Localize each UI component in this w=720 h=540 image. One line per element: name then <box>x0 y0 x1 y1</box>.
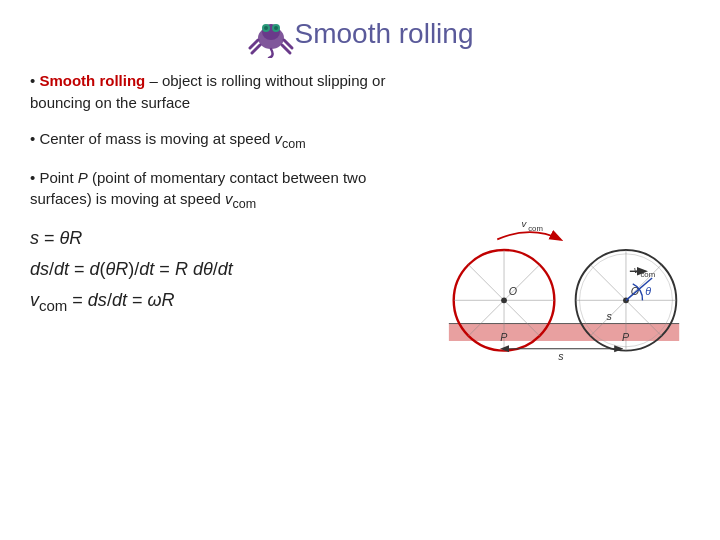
page-title: Smooth rolling <box>295 18 474 50</box>
sub-com-2: com <box>282 137 306 151</box>
s-label-mid: s <box>607 310 613 322</box>
ground-rect <box>449 324 679 341</box>
equation-3: vcom = ds/dt = ωR <box>30 290 430 314</box>
logo-icon <box>247 10 295 58</box>
header: Smooth rolling <box>30 10 690 58</box>
page: Smooth rolling • Smooth rolling – object… <box>0 0 720 540</box>
left-vcom-sub: com <box>528 224 543 233</box>
svg-point-5 <box>274 26 278 30</box>
main-content: • Smooth rolling – object is rolling wit… <box>30 70 690 370</box>
equation-2: ds/dt = d(θR)/dt = R dθ/dt <box>30 259 430 280</box>
eq2-text: ds/dt = d(θR)/dt = R dθ/dt <box>30 259 233 279</box>
bullet-dot: • <box>30 72 39 89</box>
left-P-label: P <box>500 331 508 343</box>
eq3-text: vcom = ds/dt = ωR <box>30 290 174 310</box>
svg-point-4 <box>264 26 268 30</box>
s-label-bottom: s <box>558 350 564 362</box>
left-vcom-label: v <box>521 218 527 229</box>
right-P-label: P <box>622 331 630 343</box>
svg-point-16 <box>501 297 507 303</box>
sub-com-3: com <box>233 197 257 211</box>
left-wheel-center-label: O <box>509 285 517 297</box>
diagram-section: O v com O θ <box>440 70 690 370</box>
text-section: • Smooth rolling – object is rolling wit… <box>30 70 440 370</box>
rolling-diagram: O v com O θ <box>440 70 690 370</box>
equation-1: s = θR <box>30 228 430 249</box>
bullet-3: • Point P (point of momentary contact be… <box>30 167 430 214</box>
theta-label: θ <box>645 285 651 297</box>
right-vcom-label: v <box>634 264 640 275</box>
eq1-text: s = θR <box>30 228 82 248</box>
bullet-1-highlight: Smooth rolling <box>39 72 145 89</box>
bullet-dot-2: • <box>30 130 39 147</box>
bullet-2-text: Center of mass is moving at speed vcom <box>39 130 305 147</box>
bullet-1: • Smooth rolling – object is rolling wit… <box>30 70 430 114</box>
bullet-3-text: Point P (point of momentary contact betw… <box>30 169 366 208</box>
bullet-2: • Center of mass is moving at speed vcom <box>30 128 430 153</box>
bullet-dot-3: • <box>30 169 39 186</box>
sub-com-eq3: com <box>39 296 67 313</box>
